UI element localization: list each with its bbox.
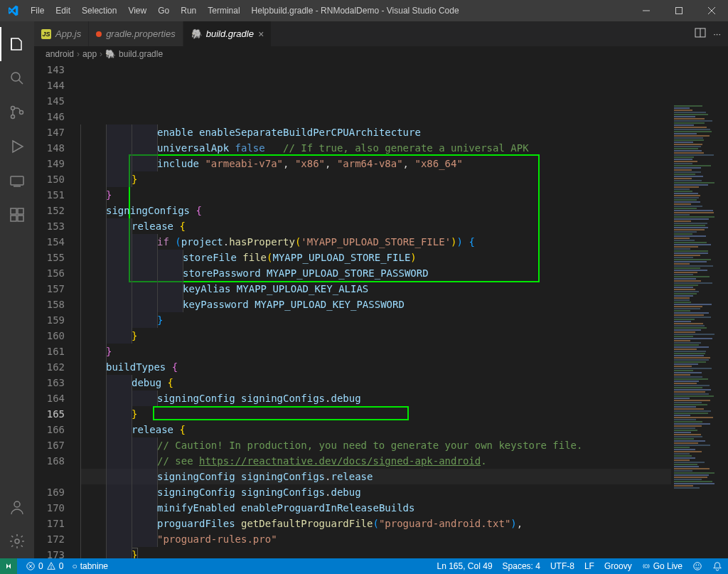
svg-line-5 — [19, 80, 23, 85]
svg-point-15 — [14, 501, 20, 507]
menu-item-selection[interactable]: Selection — [76, 0, 122, 21]
code-line[interactable]: signingConfig signingConfigs.release — [80, 469, 728, 484]
code-line[interactable]: } — [80, 312, 728, 328]
minimize-button[interactable] — [630, 0, 663, 21]
maximize-button[interactable] — [663, 0, 695, 21]
code-line[interactable]: keyPassword MYAPP_UPLOAD_KEY_PASSWORD — [80, 297, 728, 312]
code-line[interactable]: proguardFiles getDefaultProguardFile("pr… — [80, 516, 728, 531]
code-line[interactable]: debug { — [80, 375, 728, 390]
menu-item-file[interactable]: File — [25, 0, 50, 21]
tab-gradle-properties[interactable]: gradle.properties — [89, 21, 183, 46]
line-number-gutter: 1431441451461471481491501511521531541551… — [34, 62, 80, 558]
extensions-icon[interactable] — [0, 198, 34, 232]
code-line[interactable]: } — [80, 328, 728, 344]
tab-App-js[interactable]: JSApp.js — [34, 21, 89, 46]
eol-indicator[interactable]: LF — [584, 561, 594, 571]
svg-rect-1 — [676, 8, 682, 14]
svg-point-24 — [644, 565, 648, 568]
feedback-icon[interactable] — [692, 561, 702, 571]
svg-rect-11 — [11, 208, 16, 214]
tabnine-indicator[interactable]: ○ tabnine — [72, 561, 108, 571]
code-line[interactable]: universalApk false // If true, also gene… — [80, 140, 728, 156]
language-mode[interactable]: Groovy — [604, 561, 632, 571]
activity-bar — [0, 21, 34, 558]
svg-point-23 — [50, 568, 51, 568]
remote-indicator[interactable] — [0, 558, 17, 574]
close-tab-icon[interactable]: × — [258, 28, 264, 40]
code-line[interactable]: // see https://reactnative.dev/docs/sign… — [80, 453, 728, 469]
code-line[interactable]: } — [80, 187, 728, 203]
problems-indicator[interactable]: 0 0 — [26, 561, 63, 571]
vscode-logo-icon — [0, 5, 25, 16]
breadcrumb-item[interactable]: app — [82, 49, 97, 59]
menu-bar: FileEditSelectionViewGoRunTerminalHelp — [25, 0, 274, 21]
gradle-icon: 🐘 — [105, 49, 116, 59]
status-bar: 0 0 ○ tabnine Ln 165, Col 49 Spaces: 4 U… — [0, 558, 728, 574]
code-line[interactable]: // Caution! In production, you need to g… — [80, 437, 728, 453]
explorer-icon[interactable] — [0, 27, 34, 61]
code-line[interactable]: } — [80, 406, 728, 422]
breadcrumb-item[interactable]: android — [46, 49, 74, 59]
code-line[interactable]: "proguard-rules.pro" — [80, 531, 728, 547]
more-actions-icon[interactable]: ··· — [713, 28, 721, 39]
go-live-button[interactable]: Go Live — [642, 561, 682, 571]
tab-actions: ··· — [695, 21, 728, 46]
menu-item-terminal[interactable]: Terminal — [202, 0, 245, 21]
breadcrumbs[interactable]: android › app › 🐘 build.gradle — [34, 46, 728, 62]
code-line[interactable]: } — [80, 171, 728, 187]
encoding-indicator[interactable]: UTF-8 — [550, 561, 574, 571]
svg-point-25 — [694, 563, 702, 570]
svg-rect-14 — [18, 216, 23, 221]
svg-point-7 — [11, 115, 15, 119]
svg-rect-13 — [11, 216, 16, 221]
code-line[interactable]: storeFile file(MYAPP_UPLOAD_STORE_FILE) — [80, 250, 728, 265]
properties-icon — [96, 31, 102, 37]
window-controls — [630, 0, 728, 21]
tab-build-gradle[interactable]: 🐘build.gradle× — [183, 21, 272, 46]
code-line[interactable]: minifyEnabled enableProguardInReleaseBui… — [80, 500, 728, 516]
menu-item-view[interactable]: View — [122, 0, 152, 21]
breadcrumb-item[interactable]: build.gradle — [119, 49, 163, 59]
search-icon[interactable] — [0, 61, 34, 95]
gradle-icon: 🐘 — [191, 28, 202, 39]
settings-gear-icon[interactable] — [0, 524, 34, 558]
code-line[interactable]: enable enableSeparateBuildPerCPUArchitec… — [80, 124, 728, 140]
minimap[interactable] — [671, 102, 728, 558]
code-line[interactable]: signingConfigs { — [80, 203, 728, 218]
code-line[interactable]: } — [80, 547, 728, 558]
svg-point-8 — [20, 111, 23, 115]
close-button[interactable] — [695, 0, 728, 21]
code-line[interactable]: storePassword MYAPP_UPLOAD_STORE_PASSWOR… — [80, 265, 728, 281]
svg-point-27 — [698, 565, 699, 565]
menu-item-edit[interactable]: Edit — [50, 0, 76, 21]
code-content[interactable]: enable enableSeparateBuildPerCPUArchitec… — [80, 62, 728, 558]
indentation-indicator[interactable]: Spaces: 4 — [503, 561, 540, 571]
code-line[interactable]: release { — [80, 218, 728, 234]
code-line[interactable]: include "armeabi-v7a", "x86", "arm64-v8a… — [80, 156, 728, 171]
js-icon: JS — [41, 29, 51, 39]
code-editor[interactable]: 1431441451461471481491501511521531541551… — [34, 62, 728, 558]
remote-icon[interactable] — [0, 164, 34, 198]
code-line[interactable]: release { — [80, 422, 728, 437]
svg-point-4 — [11, 73, 20, 81]
run-debug-icon[interactable] — [0, 129, 34, 164]
code-line[interactable]: signingConfig signingConfigs.debug — [80, 390, 728, 406]
svg-rect-12 — [18, 208, 23, 214]
accounts-icon[interactable] — [0, 490, 34, 524]
source-control-icon[interactable] — [0, 95, 34, 129]
code-line[interactable]: } — [80, 344, 728, 359]
svg-rect-9 — [11, 176, 23, 185]
menu-item-go[interactable]: Go — [152, 0, 175, 21]
code-line[interactable]: if (project.hasProperty('MYAPP_UPLOAD_ST… — [80, 234, 728, 250]
notifications-icon[interactable] — [712, 561, 722, 571]
title-bar: FileEditSelectionViewGoRunTerminalHelp b… — [0, 0, 728, 21]
cursor-position[interactable]: Ln 165, Col 49 — [437, 561, 493, 571]
chevron-right-icon: › — [77, 49, 80, 59]
code-line[interactable]: signingConfig signingConfigs.debug — [80, 484, 728, 500]
code-line[interactable]: keyAlias MYAPP_UPLOAD_KEY_ALIAS — [80, 281, 728, 297]
editor-area: JSApp.jsgradle.properties🐘build.gradle× … — [34, 21, 728, 558]
code-line[interactable]: buildTypes { — [80, 359, 728, 375]
menu-item-run[interactable]: Run — [175, 0, 202, 21]
window-title: build.gradle - RNModalDemo - Visual Stud… — [269, 6, 459, 16]
split-editor-icon[interactable] — [695, 27, 706, 41]
